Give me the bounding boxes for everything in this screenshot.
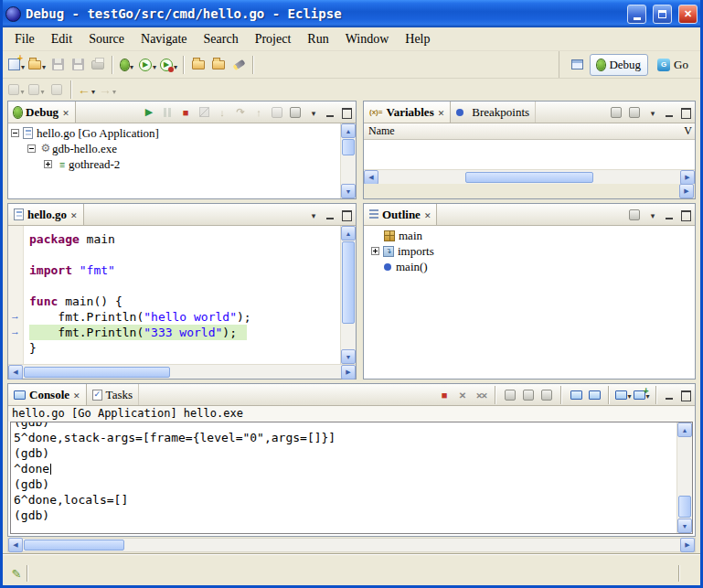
collapse-toggle-icon[interactable] — [11, 129, 19, 137]
open-perspective-button[interactable] — [567, 54, 587, 76]
debug-launch-button[interactable] — [117, 54, 137, 76]
disconnect-button[interactable] — [196, 104, 212, 121]
minimize-view-button[interactable] — [324, 106, 337, 119]
expand-toggle-icon[interactable] — [44, 160, 52, 168]
maximize-view-button[interactable] — [339, 208, 353, 221]
tab-variables[interactable]: (x)= Variables — [364, 102, 451, 123]
external-tools-button[interactable] — [158, 54, 179, 76]
window-close-button[interactable] — [678, 5, 698, 24]
tab-tasks[interactable]: Tasks — [87, 384, 139, 405]
outline-view-menu-button[interactable] — [644, 207, 661, 223]
close-icon[interactable] — [62, 105, 69, 120]
run-launch-button[interactable] — [137, 54, 158, 76]
menu-search[interactable]: Search — [196, 29, 247, 49]
code-line[interactable] — [29, 247, 340, 262]
debug-perspective-button[interactable]: Debug — [590, 54, 648, 76]
scroll-left-icon[interactable] — [8, 538, 23, 552]
instruction-pointer-icon[interactable] — [10, 326, 22, 337]
show-stdout-button[interactable] — [568, 387, 584, 403]
scroll-right-icon[interactable] — [679, 184, 694, 198]
tab-outline[interactable]: Outline — [364, 204, 437, 225]
show-type-names-button[interactable] — [608, 104, 624, 121]
scroll-up-icon[interactable] — [677, 422, 692, 437]
debug-view-menu-button[interactable] — [305, 104, 322, 121]
editor-vertical-scrollbar[interactable] — [340, 226, 356, 364]
dropdown-icon[interactable] — [174, 57, 177, 73]
save-button[interactable] — [48, 54, 68, 76]
scroll-right-icon[interactable] — [680, 538, 695, 552]
dropdown-icon[interactable] — [130, 57, 133, 73]
forward-button[interactable] — [97, 79, 118, 101]
editor-list-button[interactable] — [305, 207, 322, 223]
outline-item[interactable]: main — [384, 228, 695, 243]
menu-help[interactable]: Help — [397, 29, 438, 49]
import-button[interactable] — [208, 54, 229, 76]
last-edit-location-button[interactable] — [47, 79, 67, 101]
terminate-button[interactable] — [177, 104, 194, 121]
tab-hello-go[interactable]: hello.go — [8, 204, 84, 225]
console-horizontal-scrollbar[interactable] — [7, 538, 696, 552]
stack-frame-marker-icon[interactable] — [10, 310, 22, 322]
scroll-down-icon[interactable] — [677, 519, 692, 533]
new-wizard-button[interactable] — [6, 54, 27, 76]
scrollbar-thumb[interactable] — [678, 496, 691, 518]
search-button[interactable] — [229, 54, 249, 76]
close-icon[interactable] — [70, 208, 78, 222]
window-maximize-button[interactable] — [653, 5, 672, 24]
console-output[interactable]: (gdb) 5^done,stack-args=[frame={level="0… — [10, 422, 693, 534]
maximize-view-button[interactable] — [678, 106, 692, 119]
code-line[interactable]: func main() { — [29, 294, 340, 309]
scroll-right-icon[interactable] — [341, 365, 356, 380]
tree-row[interactable]: gothread-2 — [11, 156, 340, 172]
scroll-left-icon[interactable] — [8, 365, 23, 380]
display-console-button[interactable] — [615, 387, 632, 403]
close-icon[interactable] — [438, 105, 445, 120]
close-icon[interactable] — [73, 388, 80, 402]
step-return-button[interactable] — [250, 104, 267, 121]
new-go-element-button[interactable] — [27, 54, 48, 76]
minimize-view-button[interactable] — [663, 389, 676, 401]
dropdown-icon[interactable] — [153, 57, 156, 73]
pin-console-button[interactable] — [538, 387, 555, 403]
dropdown-icon[interactable] — [627, 390, 631, 401]
minimize-view-button[interactable] — [663, 106, 676, 119]
tree-row[interactable]: gdb-hello.exe — [11, 141, 340, 156]
collapse-all-button[interactable] — [626, 104, 643, 121]
maximize-view-button[interactable] — [678, 208, 692, 221]
code-line[interactable]: } — [29, 340, 340, 356]
previous-annotation-button[interactable] — [27, 79, 47, 101]
save-all-button[interactable] — [68, 54, 88, 76]
next-annotation-button[interactable] — [6, 79, 27, 101]
outline-item[interactable]: main() — [384, 259, 695, 274]
scroll-left-icon[interactable] — [364, 170, 378, 185]
show-stderr-button[interactable] — [586, 387, 602, 403]
scrollbar-thumb[interactable] — [24, 540, 124, 551]
editor-horizontal-scrollbar[interactable] — [8, 364, 356, 379]
menu-project[interactable]: Project — [247, 29, 300, 49]
fast-view-button[interactable] — [8, 565, 25, 582]
scroll-right-icon[interactable] — [680, 170, 695, 185]
menu-source[interactable]: Source — [80, 29, 133, 49]
scrollbar-thumb[interactable] — [342, 241, 355, 324]
step-filters-button[interactable] — [287, 104, 304, 121]
scrollbar-thumb[interactable] — [342, 139, 355, 155]
code-area[interactable]: package main import "fmt" func main() { … — [24, 226, 340, 364]
tree-row[interactable]: hello.go [Go Application] — [11, 125, 340, 141]
dropdown-icon[interactable] — [20, 81, 24, 98]
console-text[interactable]: (gdb) 5^done,stack-args=[frame={level="0… — [11, 422, 676, 533]
terminate-console-button[interactable] — [436, 387, 453, 403]
dropdown-icon[interactable] — [112, 81, 116, 98]
code-line[interactable]: import "fmt" — [29, 262, 340, 278]
maximize-view-button[interactable] — [678, 389, 692, 401]
minimize-view-button[interactable] — [663, 208, 676, 221]
step-over-button[interactable] — [232, 104, 249, 121]
console-vertical-scrollbar[interactable] — [676, 422, 692, 533]
scroll-lock-button[interactable] — [520, 387, 537, 403]
tab-debug[interactable]: Debug — [8, 102, 76, 123]
menu-navigate[interactable]: Navigate — [133, 29, 196, 49]
menu-edit[interactable]: Edit — [43, 29, 80, 49]
outline-item[interactable]: imports — [371, 243, 695, 259]
dropdown-icon[interactable] — [42, 57, 46, 73]
variables-column-header[interactable]: Name V — [364, 123, 695, 140]
clear-console-button[interactable] — [502, 387, 518, 403]
